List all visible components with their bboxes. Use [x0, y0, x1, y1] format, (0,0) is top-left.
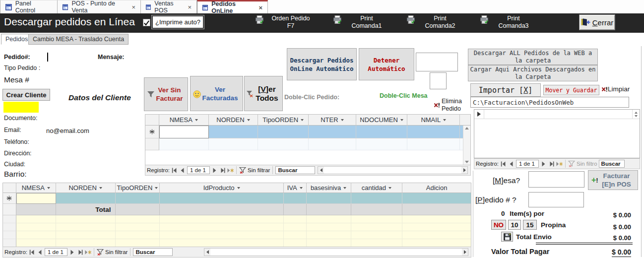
crear-cliente-button[interactable]: Crear Cliente — [2, 89, 50, 101]
scroll-left-icon[interactable] — [318, 167, 324, 174]
new-record-row[interactable] — [145, 126, 470, 138]
ver-facturadas-button[interactable]: Ver Facturadas — [190, 76, 243, 111]
column-dropdown-icon[interactable] — [400, 119, 403, 121]
pedido-actual-field[interactable] — [416, 53, 458, 71]
column-header-nmail[interactable]: NMAIL — [407, 115, 460, 126]
vertical-scrollbar[interactable] — [463, 126, 470, 165]
pedido-question-input[interactable] — [528, 192, 584, 207]
cell[interactable] — [309, 126, 356, 138]
record-position[interactable]: 1 de 1 — [187, 166, 210, 174]
previous-record-icon[interactable] — [179, 168, 186, 173]
scroll-left-icon[interactable] — [204, 249, 210, 256]
tab-cambio-mesa[interactable]: Cambio MESA - Traslado Cuenta — [28, 34, 129, 45]
descargar-automatico-button[interactable]: Descargar Pedidos OnLine Automático — [287, 48, 357, 80]
next-record-icon[interactable] — [69, 250, 75, 255]
row-selector[interactable] — [474, 110, 484, 119]
propina-no-button[interactable]: NO — [491, 220, 506, 230]
web-files-list[interactable] — [474, 109, 640, 158]
importar-button[interactable]: Importar [X] — [470, 83, 541, 97]
descargar-all-web-button[interactable]: Descargar ALL Pedidos de la WEB a la car… — [468, 49, 598, 65]
scroll-right-icon[interactable] — [461, 167, 467, 174]
next-record-icon[interactable] — [540, 161, 547, 167]
cerrar-button[interactable]: Cerrar — [579, 14, 615, 30]
next-record-icon[interactable] — [211, 168, 218, 173]
detener-automatico-button[interactable]: Detener Automático — [359, 48, 414, 80]
limpiar-button[interactable]: Limpiar — [601, 85, 630, 93]
propina-15-button[interactable]: 15 — [523, 220, 537, 230]
column-dropdown-icon[interactable] — [237, 187, 240, 189]
horizontal-scrollbar[interactable] — [318, 166, 468, 174]
cell[interactable] — [284, 193, 307, 204]
scroll-right-icon[interactable] — [462, 249, 468, 256]
close-tab-icon[interactable]: × — [258, 4, 262, 11]
column-header-nmesa[interactable]: NMESA — [16, 183, 56, 193]
new-record-icon[interactable] — [556, 161, 563, 167]
cell[interactable] — [356, 126, 408, 138]
close-tab-icon[interactable]: × — [188, 3, 192, 11]
cell[interactable] — [407, 126, 460, 138]
tab-pos-punto-de-venta[interactable]: POS - Punto de Venta × — [58, 0, 141, 13]
ver-sin-facturar-button[interactable]: Ver Sin Facturar — [144, 77, 188, 111]
new-record-row[interactable] — [3, 193, 471, 204]
row-selector[interactable] — [3, 193, 16, 204]
select-all-cell[interactable] — [3, 183, 16, 193]
mover-guardar-button[interactable]: Mover y Guardar — [543, 85, 599, 95]
record-position[interactable]: 1 de 1 — [45, 248, 67, 256]
column-dropdown-icon[interactable] — [247, 119, 250, 121]
save-envio-button[interactable] — [501, 232, 513, 242]
filter-status-icon[interactable] — [239, 167, 246, 174]
last-record-icon[interactable] — [77, 250, 83, 255]
email-value[interactable]: no@email.com — [46, 127, 89, 134]
carpeta-path-input[interactable]: C:\Facturacion\PedidosOnWeb — [470, 97, 629, 108]
cell[interactable] — [402, 193, 471, 204]
last-record-icon[interactable] — [548, 161, 555, 167]
tab-panel-control[interactable]: Panel Control — [0, 0, 58, 13]
previous-record-icon[interactable] — [37, 250, 43, 255]
propina-10-button[interactable]: 10 — [508, 220, 521, 230]
column-header-nter[interactable]: NTER — [309, 115, 356, 126]
cell[interactable] — [258, 126, 309, 138]
column-header-adicion[interactable]: Adicion — [402, 183, 471, 193]
print-comanda2-button[interactable]: Print Comanda2 — [406, 15, 463, 30]
elimina-pedido-button[interactable]: Elimina Pedido — [434, 98, 469, 113]
column-header-basesiniva[interactable]: basesiniva — [307, 183, 351, 193]
cell[interactable] — [116, 193, 160, 204]
mesa-actual-field[interactable] — [430, 72, 447, 89]
column-dropdown-icon[interactable] — [301, 119, 304, 121]
cell[interactable] — [160, 193, 283, 204]
new-record-icon[interactable] — [227, 168, 234, 173]
search-input[interactable]: Buscar — [275, 166, 315, 174]
column-dropdown-icon[interactable] — [388, 187, 391, 189]
tab-pedidos-online[interactable]: Pedidos OnLine × — [197, 0, 268, 13]
mesa-question-input[interactable] — [528, 171, 584, 188]
tab-ventas-pos[interactable]: Ventas POS × — [141, 0, 197, 13]
search-input[interactable]: Buscar — [599, 160, 625, 168]
column-header-ndocumen[interactable]: NDOCUMEN — [356, 115, 408, 126]
filter-status-icon[interactable] — [568, 160, 575, 167]
record-position[interactable]: 1 de 1 — [516, 160, 539, 168]
imprime-auto-checkbox[interactable] — [143, 19, 150, 26]
column-dropdown-icon[interactable] — [195, 119, 198, 121]
last-record-icon[interactable] — [219, 168, 226, 173]
active-cell[interactable] — [16, 193, 56, 204]
horizontal-scrollbar[interactable] — [204, 248, 468, 256]
column-dropdown-icon[interactable] — [99, 187, 102, 189]
column-header-tipoorden[interactable]: TipoORDEN — [258, 115, 309, 126]
first-record-icon[interactable] — [29, 250, 35, 255]
facturar-en-pos-button[interactable]: +! Facturar [E]n POS — [588, 170, 638, 190]
column-dropdown-icon[interactable] — [155, 187, 158, 189]
column-header-norden[interactable]: NORDEN — [56, 183, 116, 193]
tab-pedidos[interactable]: Pedidos — [1, 34, 32, 45]
cell[interactable] — [307, 193, 351, 204]
cargar-archivos-button[interactable]: Cargar Aqui Archivos Descargados en la C… — [468, 65, 598, 81]
first-record-icon[interactable] — [500, 161, 507, 167]
column-dropdown-icon[interactable] — [341, 119, 344, 121]
orden-pedido-button[interactable]: Orden Pedido F7 — [255, 15, 316, 30]
ver-todos-button[interactable]: [V]er Todos — [244, 76, 283, 111]
print-comanda1-button[interactable]: Print Comanda1 — [332, 15, 389, 30]
filter-status-icon[interactable] — [97, 249, 104, 256]
column-header-iva[interactable]: IVA — [284, 183, 307, 193]
cell[interactable] — [56, 193, 116, 204]
close-tab-icon[interactable]: × — [131, 3, 135, 11]
column-dropdown-icon[interactable] — [343, 187, 346, 189]
